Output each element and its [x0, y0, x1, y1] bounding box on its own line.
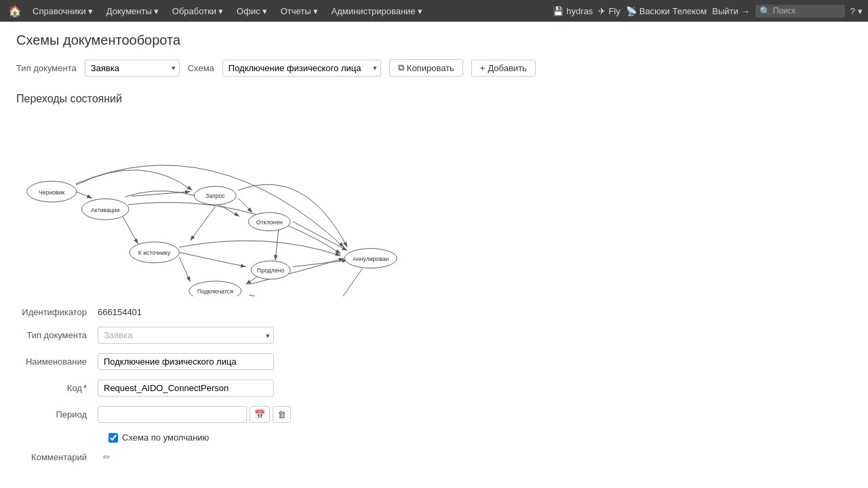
nav-item-documents[interactable]: Документы ▾	[101, 3, 164, 19]
nav-item-processing[interactable]: Обработки ▾	[167, 3, 229, 19]
schema-label: Схема	[188, 63, 214, 73]
chevron-down-icon: ▾	[262, 6, 267, 16]
svg-text:Аннулирован: Аннулирован	[353, 256, 389, 262]
comment-row: Комментарий ✏	[16, 452, 852, 462]
chevron-down-icon: ▾	[858, 6, 863, 16]
copy-button[interactable]: ⧉ Копировать	[389, 59, 463, 77]
nav-label-processing: Обработки	[172, 6, 216, 16]
code-row: Код	[16, 380, 852, 396]
calendar-icon: 📅	[254, 409, 265, 420]
period-row: Период 📅 🗑	[16, 406, 852, 423]
schema-select[interactable]: Подключение физического лица	[222, 60, 381, 77]
svg-text:Продлено: Продлено	[257, 267, 284, 274]
svg-line-0	[76, 192, 92, 199]
diagram-svg: Черновик Активации Запрос Отклонен К ист…	[16, 113, 423, 296]
form-section: Идентификатор 666154401 Тип документа За…	[16, 307, 852, 462]
doc-type-label: Тип документа	[16, 63, 77, 73]
logout-label: Выйти	[712, 6, 738, 16]
id-row: Идентификатор 666154401	[16, 307, 852, 317]
help-label: ?	[850, 6, 855, 16]
disk-icon: 💾	[553, 6, 564, 16]
svg-line-11	[249, 295, 298, 296]
default-schema-row: Схема по умолчанию	[108, 432, 852, 443]
nav-label-directories: Справочники	[33, 6, 86, 16]
period-input-group: 📅 🗑	[98, 406, 291, 423]
navbar: 🏠 Справочники ▾ Документы ▾ Обработки ▾ …	[0, 0, 868, 22]
svg-text:Подключатся: Подключатся	[197, 288, 233, 295]
nav-item-directories[interactable]: Справочники ▾	[27, 3, 98, 19]
fly-label: Fly	[608, 6, 620, 16]
telecom-label: Васюки Телеком	[639, 6, 707, 16]
svg-line-6	[179, 257, 190, 282]
user-telecom[interactable]: 📡 Васюки Телеком	[626, 6, 707, 16]
svg-line-12	[338, 269, 363, 297]
logout-icon: →	[741, 6, 750, 16]
user-hydras[interactable]: 💾 hydras	[553, 6, 593, 16]
nav-item-office[interactable]: Офис ▾	[231, 3, 273, 19]
help-button[interactable]: ? ▾	[850, 6, 863, 16]
doc-type-select[interactable]: Заявка	[85, 60, 180, 77]
form-doc-type-select[interactable]: Заявка	[98, 327, 274, 344]
copy-icon: ⧉	[398, 62, 404, 73]
fly-icon: ✈	[598, 6, 606, 16]
svg-line-5	[179, 252, 245, 266]
nav-label-office: Офис	[237, 6, 260, 16]
chevron-down-icon: ▾	[154, 6, 159, 16]
edit-comment-icon[interactable]: ✏	[103, 452, 111, 462]
trash-icon: 🗑	[277, 409, 286, 420]
code-label: Код	[16, 383, 98, 393]
svg-line-2	[121, 214, 138, 243]
nav-label-admin: Администрирование	[332, 6, 416, 16]
name-label: Наименование	[16, 357, 98, 367]
period-input[interactable]	[98, 406, 247, 423]
nav-item-reports[interactable]: Отчеты ▾	[275, 3, 323, 19]
schema-select-wrapper: Подключение физического лица ▾	[222, 60, 381, 77]
chevron-down-icon: ▾	[418, 6, 422, 16]
id-label: Идентификатор	[16, 307, 98, 317]
comment-label: Комментарий	[16, 452, 98, 462]
add-icon: +	[480, 63, 486, 73]
telecom-icon: 📡	[626, 6, 637, 16]
user-fly[interactable]: ✈ Fly	[598, 6, 620, 16]
svg-line-8	[275, 230, 279, 260]
svg-text:Черновик: Черновик	[39, 189, 64, 196]
id-value: 666154401	[98, 307, 142, 317]
name-input[interactable]	[98, 353, 274, 370]
search-box: 🔍	[755, 5, 845, 18]
name-row: Наименование	[16, 353, 852, 370]
page-content: Схемы документооборота Тип документа Зая…	[0, 22, 868, 483]
doc-type-select-wrapper: Заявка ▾	[85, 60, 180, 77]
svg-text:Активации: Активации	[91, 207, 120, 214]
chevron-down-icon: ▾	[88, 6, 93, 16]
calendar-button[interactable]: 📅	[250, 406, 270, 423]
logout-button[interactable]: Выйти →	[712, 6, 750, 16]
nav-label-documents: Документы	[106, 6, 152, 16]
diagram-section-title: Переходы состояний	[16, 93, 852, 105]
clear-date-button[interactable]: 🗑	[273, 406, 291, 423]
svg-text:Запрос: Запрос	[205, 192, 225, 199]
form-doc-type-select-wrapper: Заявка ▾	[98, 327, 274, 344]
default-schema-checkbox[interactable]	[108, 433, 118, 443]
nav-label-reports: Отчеты	[281, 6, 311, 16]
svg-line-7	[293, 222, 347, 250]
home-button[interactable]: 🏠	[5, 1, 24, 20]
chevron-down-icon: ▾	[218, 6, 223, 16]
chevron-down-icon: ▾	[313, 6, 318, 16]
default-schema-label: Схема по умолчанию	[122, 432, 209, 443]
copy-label: Копировать	[407, 63, 454, 73]
svg-line-10	[293, 260, 347, 267]
hydras-label: hydras	[566, 6, 593, 16]
form-doc-type-row: Тип документа Заявка ▾	[16, 327, 852, 344]
svg-text:Отклонен: Отклонен	[256, 219, 283, 226]
page-title: Схемы документооборота	[16, 33, 852, 48]
search-icon: 🔍	[760, 6, 770, 16]
svg-line-4	[191, 207, 216, 241]
add-label: Добавить	[488, 63, 526, 73]
add-button[interactable]: + Добавить	[471, 60, 536, 77]
code-input[interactable]	[98, 380, 274, 396]
navbar-right: 💾 hydras ✈ Fly 📡 Васюки Телеком Выйти → …	[553, 5, 863, 18]
state-diagram: Черновик Активации Запрос Отклонен К ист…	[16, 113, 423, 296]
search-input[interactable]	[773, 6, 841, 16]
form-doc-type-label: Тип документа	[16, 330, 98, 340]
nav-item-admin[interactable]: Администрирование ▾	[326, 3, 428, 19]
